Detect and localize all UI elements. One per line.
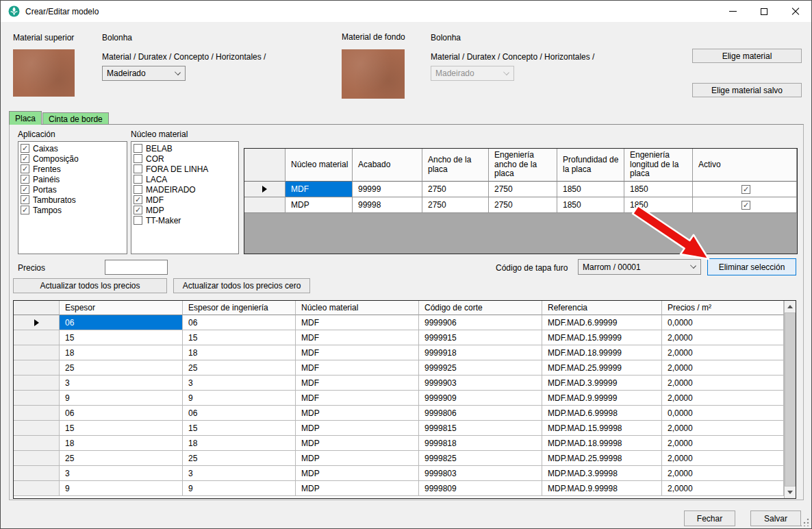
row-selector[interactable] bbox=[244, 182, 286, 197]
grid-cell[interactable]: 2,0000 bbox=[662, 466, 784, 481]
row-selector[interactable] bbox=[14, 466, 60, 481]
column-header[interactable] bbox=[244, 149, 286, 182]
grid-cell[interactable]: MDF.MAD.9.99999 bbox=[542, 391, 662, 406]
grid-cell[interactable]: MDF bbox=[286, 182, 353, 197]
scroll-up-button[interactable] bbox=[785, 301, 796, 312]
grid-cell[interactable]: 0,0000 bbox=[662, 315, 784, 330]
grid-cell[interactable]: 0,0000 bbox=[662, 406, 784, 421]
grid-cell[interactable]: MDF bbox=[296, 330, 419, 345]
grid-cell[interactable]: MDF bbox=[296, 315, 419, 330]
salvar-button[interactable]: Salvar bbox=[750, 510, 801, 526]
grid-cell[interactable]: MDF.MAD.6.99999 bbox=[542, 315, 662, 330]
column-header[interactable]: Espesor de ingeniería bbox=[183, 301, 296, 315]
tab-placa[interactable]: Placa bbox=[9, 111, 42, 125]
tab-cinta-de-borde[interactable]: Cinta de borde bbox=[42, 112, 109, 125]
grid-cell[interactable]: 9999818 bbox=[419, 436, 542, 451]
grid-cell[interactable]: 2,0000 bbox=[662, 330, 784, 345]
column-header[interactable]: Referencia bbox=[542, 301, 662, 315]
grid-cell[interactable]: 9 bbox=[60, 481, 183, 496]
actualizar-precios-button[interactable]: Actualizar todos los precios bbox=[13, 278, 167, 293]
checkbox-icon[interactable] bbox=[134, 185, 142, 194]
nucleo-material-item[interactable]: COR bbox=[134, 153, 238, 164]
aplicacion-item[interactable]: Painéis bbox=[21, 174, 127, 184]
row-selector[interactable] bbox=[14, 360, 60, 376]
aplicacion-item[interactable]: Composição bbox=[21, 153, 127, 164]
aplicacion-item[interactable]: Frentes bbox=[21, 164, 127, 174]
checkbox-icon[interactable] bbox=[21, 154, 29, 163]
checkbox-icon[interactable] bbox=[134, 216, 142, 225]
grid-cell[interactable]: MDP.MAD.9.99998 bbox=[542, 481, 662, 496]
grid-cell[interactable]: MDP bbox=[296, 481, 419, 496]
grid-cell[interactable]: 2750 bbox=[489, 182, 557, 197]
minimize-button[interactable] bbox=[717, 1, 748, 22]
row-selector[interactable] bbox=[244, 197, 286, 213]
grid-cell[interactable]: 9999909 bbox=[419, 391, 542, 406]
grid-cell[interactable]: MDP bbox=[296, 436, 419, 451]
checkbox-icon[interactable] bbox=[134, 144, 142, 153]
column-header[interactable]: Profundidad de la placa bbox=[557, 149, 624, 182]
grid-cell[interactable]: 99998 bbox=[353, 197, 422, 213]
nucleo-material-item[interactable]: TT-Maker bbox=[134, 215, 238, 225]
grid-cell[interactable]: 2,0000 bbox=[662, 436, 784, 451]
grid-cell[interactable]: MDF.MAD.3.99999 bbox=[542, 376, 662, 391]
grid-cell[interactable]: 9999806 bbox=[419, 406, 542, 421]
column-header[interactable]: Precios / m² bbox=[662, 301, 784, 315]
column-header[interactable]: Código de corte bbox=[419, 301, 542, 315]
column-header[interactable]: Espesor bbox=[60, 301, 183, 315]
grid-cell[interactable]: MDF.MAD.15.99999 bbox=[542, 330, 662, 345]
grid-cell[interactable]: 9 bbox=[60, 391, 183, 406]
material-superior-finish-select[interactable]: Madeirado bbox=[102, 66, 186, 81]
activo-checkbox[interactable] bbox=[741, 201, 750, 210]
elige-material-salvo-button[interactable]: Elige material salvo bbox=[692, 83, 802, 97]
grid-cell[interactable]: 2,0000 bbox=[662, 376, 784, 391]
grid-cell[interactable]: 2750 bbox=[422, 182, 489, 197]
grid-cell[interactable]: MDP bbox=[296, 466, 419, 481]
codigo-tapa-furo-select[interactable]: Marrom / 00001 bbox=[578, 259, 701, 275]
grid-cell[interactable]: MDP bbox=[296, 451, 419, 466]
row-selector[interactable] bbox=[14, 421, 60, 436]
grid-cell[interactable]: 06 bbox=[183, 315, 296, 330]
grid-cell[interactable]: 2,0000 bbox=[662, 421, 784, 436]
grid-cell[interactable]: 9999815 bbox=[419, 421, 542, 436]
grid-cell[interactable]: 3 bbox=[60, 466, 183, 481]
grid-cell[interactable]: MDP.MAD.25.99998 bbox=[542, 451, 662, 466]
grid-cell[interactable]: MDF.MAD.25.99999 bbox=[542, 360, 662, 376]
checkbox-icon[interactable] bbox=[21, 195, 29, 204]
column-header[interactable] bbox=[14, 301, 60, 315]
grid-cell[interactable]: MDP bbox=[296, 421, 419, 436]
grid-cell[interactable]: 06 bbox=[60, 315, 183, 330]
grid-cell[interactable]: 06 bbox=[60, 406, 183, 421]
grid-cell[interactable]: 15 bbox=[60, 330, 183, 345]
nucleo-material-item[interactable]: BELAB bbox=[134, 143, 238, 153]
row-selector[interactable] bbox=[14, 481, 60, 496]
grid-cell[interactable]: 9999918 bbox=[419, 345, 542, 360]
grid-cell[interactable]: 3 bbox=[183, 376, 296, 391]
column-header[interactable]: Ancho de la placa bbox=[422, 149, 489, 182]
grid-cell[interactable]: 2750 bbox=[489, 197, 557, 213]
grid-cell[interactable]: MDF bbox=[296, 391, 419, 406]
grid-cell[interactable]: 25 bbox=[183, 360, 296, 376]
checkbox-icon[interactable] bbox=[134, 164, 142, 173]
grid-cell-activo[interactable] bbox=[693, 182, 797, 197]
column-header[interactable]: Activo bbox=[693, 149, 797, 182]
grid-cell[interactable]: 2,0000 bbox=[662, 360, 784, 376]
grid-cell[interactable]: MDF bbox=[296, 376, 419, 391]
grid-cell[interactable]: 9999915 bbox=[419, 330, 542, 345]
grid-cell[interactable]: 2,0000 bbox=[662, 391, 784, 406]
scroll-down-button[interactable] bbox=[785, 487, 796, 498]
nucleo-material-item[interactable]: MDP bbox=[134, 205, 238, 215]
grid-cell[interactable]: 3 bbox=[60, 376, 183, 391]
grid-cell[interactable]: 1850 bbox=[557, 182, 624, 197]
nucleo-material-item[interactable]: MDF bbox=[134, 195, 238, 205]
grid-cell[interactable]: 15 bbox=[60, 421, 183, 436]
checkbox-icon[interactable] bbox=[21, 144, 29, 153]
grid-cell[interactable]: MDF.MAD.18.99999 bbox=[542, 345, 662, 360]
grid-cell[interactable]: 2,0000 bbox=[662, 481, 784, 496]
grid-cell[interactable]: 18 bbox=[60, 345, 183, 360]
checkbox-icon[interactable] bbox=[134, 206, 142, 214]
grid-cell[interactable]: MDP.MAD.3.99998 bbox=[542, 466, 662, 481]
grid-cell[interactable]: 2,0000 bbox=[662, 345, 784, 360]
row-selector[interactable] bbox=[14, 376, 60, 391]
row-selector[interactable] bbox=[14, 406, 60, 421]
column-header[interactable]: Engeniería ancho de la placa bbox=[489, 149, 557, 182]
